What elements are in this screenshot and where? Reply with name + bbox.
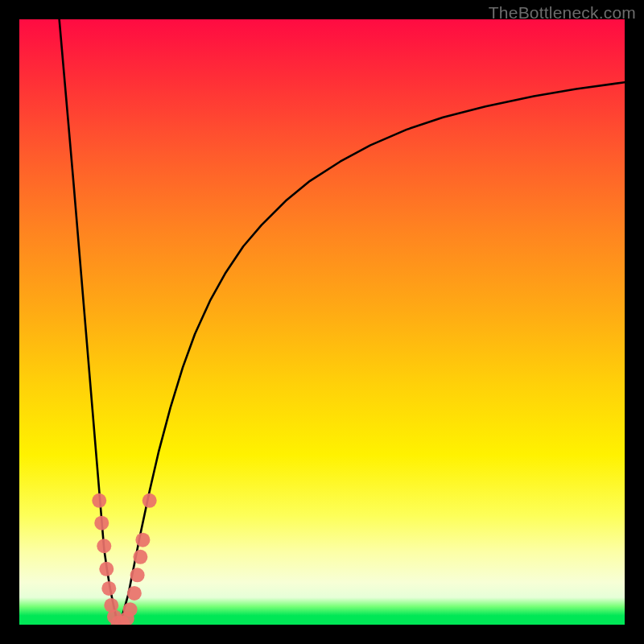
marker-point xyxy=(99,562,114,576)
plot-area xyxy=(19,19,625,625)
marker-point xyxy=(142,493,157,508)
marker-point xyxy=(133,550,147,564)
chart-svg-layer xyxy=(19,19,625,625)
marker-point xyxy=(101,581,116,596)
marker-point xyxy=(130,568,145,582)
curve-left-branch xyxy=(60,19,120,625)
marker-point xyxy=(123,602,138,617)
marker-point xyxy=(94,516,109,530)
marker-point xyxy=(97,539,111,553)
watermark-text: TheBottleneck.com xyxy=(489,3,636,23)
chart-frame: TheBottleneck.com xyxy=(0,0,644,644)
marker-point xyxy=(127,586,142,601)
marker-point xyxy=(92,493,106,508)
marker-point xyxy=(135,533,150,547)
curve-right-branch xyxy=(120,82,625,625)
